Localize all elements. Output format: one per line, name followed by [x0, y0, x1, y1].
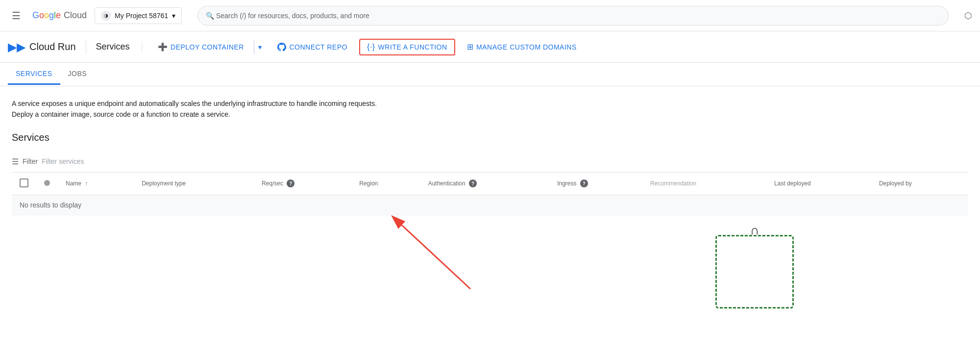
tab-jobs[interactable]: JOBS: [60, 64, 95, 85]
services-table: Name ↑ Deployment type Req/sec ? Region …: [12, 173, 968, 215]
dropdown-arrow-icon: ▾: [258, 43, 262, 51]
logo-google-text: Google: [32, 10, 61, 21]
connect-repo-label: CONNECT REPO: [289, 43, 347, 51]
deploy-container-label: DEPLOY CONTAINER: [171, 43, 244, 51]
filter-input[interactable]: Filter services: [42, 157, 84, 165]
write-function-button[interactable]: {·} WRITE A FUNCTION: [359, 39, 455, 55]
th-status: [36, 173, 58, 195]
github-icon: [277, 43, 286, 52]
connect-repo-button[interactable]: CONNECT REPO: [270, 39, 355, 55]
project-name: My Project 58761: [115, 12, 168, 20]
table-header: Name ↑ Deployment type Req/sec ? Region …: [12, 173, 968, 195]
topbar-right-icon: ⬡: [964, 10, 972, 21]
search-bar[interactable]: 🔍 Search (/) for resources, docs, produc…: [197, 6, 949, 26]
annotation-area: ∩: [0, 215, 980, 313]
subnav-section-title: Services: [96, 42, 142, 52]
project-dropdown-icon: ▾: [172, 12, 175, 20]
filter-bar: ☰ Filter Filter services: [12, 151, 968, 173]
deploy-container-dropdown-button[interactable]: ▾: [254, 39, 266, 55]
green-box-handle-icon: ∩: [750, 223, 760, 238]
domains-icon: ⊞: [467, 42, 474, 52]
menu-icon[interactable]: ☰: [8, 6, 24, 26]
no-results-cell: No results to display: [12, 195, 968, 215]
subnav: ▶▶ Cloud Run Services ➕ DEPLOY CONTAINER…: [0, 31, 980, 63]
manage-domains-label: MANAGE CUSTOM DOMAINS: [476, 43, 577, 51]
filter-label[interactable]: Filter: [23, 157, 38, 165]
th-name[interactable]: Name ↑: [58, 173, 134, 195]
tab-services[interactable]: SERVICES: [8, 64, 60, 85]
auth-help-icon[interactable]: ?: [469, 180, 477, 187]
subnav-actions: ➕ DEPLOY CONTAINER ▾ CONNECT REPO {·} WR…: [150, 38, 972, 55]
ingress-help-icon[interactable]: ?: [580, 180, 588, 187]
search-icon: 🔍: [206, 12, 214, 20]
subnav-logo: ▶▶ Cloud Run: [8, 40, 86, 54]
red-arrow-annotation: [0, 215, 980, 313]
write-function-label: WRITE A FUNCTION: [378, 43, 447, 51]
google-cloud-logo: Google Cloud: [32, 10, 87, 21]
th-checkbox[interactable]: [12, 173, 36, 195]
manage-domains-button[interactable]: ⊞ MANAGE CUSTOM DOMAINS: [459, 38, 585, 55]
search-placeholder: Search (/) for resources, docs, products…: [216, 12, 369, 20]
project-icon: ◑: [101, 11, 111, 21]
description-line2: Deploy a container image, source code or…: [12, 109, 968, 120]
th-deployed-by: Deployed by: [871, 173, 968, 195]
description: A service exposes a unique endpoint and …: [12, 98, 968, 120]
th-req-sec: Req/sec ?: [254, 173, 351, 195]
select-all-checkbox[interactable]: [20, 179, 28, 187]
filter-icon: ☰: [12, 157, 19, 166]
plus-icon: ➕: [158, 42, 168, 52]
th-last-deployed: Last deployed: [766, 173, 871, 195]
cloud-run-logo-icon: ▶▶: [8, 40, 25, 54]
function-icon: {·}: [367, 43, 375, 52]
no-results-row: No results to display: [12, 195, 968, 215]
th-authentication: Authentication ?: [420, 173, 550, 195]
th-deployment-type: Deployment type: [134, 173, 254, 195]
th-ingress: Ingress ?: [549, 173, 642, 195]
th-region: Region: [351, 173, 420, 195]
status-indicator: [44, 180, 50, 186]
project-selector[interactable]: ◑ My Project 58761 ▾: [95, 7, 182, 24]
section-title: Services: [12, 132, 968, 143]
logo-cloud-text: Cloud: [64, 10, 87, 21]
cloud-run-logo-text: Cloud Run: [29, 41, 76, 52]
sort-icon: ↑: [85, 180, 88, 187]
tabs: SERVICES JOBS: [0, 63, 980, 86]
table-body: No results to display: [12, 195, 968, 215]
main-content: A service exposes a unique endpoint and …: [0, 86, 980, 215]
req-sec-help-icon[interactable]: ?: [287, 180, 294, 187]
deploy-container-button[interactable]: ➕ DEPLOY CONTAINER: [150, 38, 250, 55]
svg-line-0: [402, 225, 470, 289]
topbar: ☰ Google Cloud ◑ My Project 58761 ▾ 🔍 Se…: [0, 0, 980, 31]
th-recommendation: Recommendation: [642, 173, 766, 195]
green-dashed-box: ∩: [715, 235, 794, 309]
description-line1: A service exposes a unique endpoint and …: [12, 98, 968, 109]
